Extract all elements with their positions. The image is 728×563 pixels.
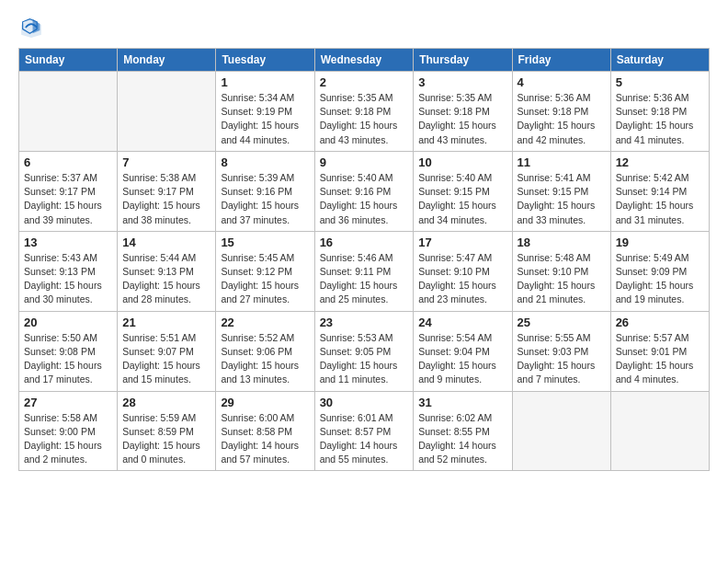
day-number: 10 bbox=[418, 155, 506, 169]
calendar-cell: 30Sunrise: 6:01 AM Sunset: 8:57 PM Dayli… bbox=[314, 391, 414, 471]
calendar-week-row: 27Sunrise: 5:58 AM Sunset: 9:00 PM Dayli… bbox=[19, 391, 710, 471]
page-header bbox=[18, 15, 710, 40]
day-info: Sunrise: 5:35 AM Sunset: 9:18 PM Dayligh… bbox=[418, 91, 506, 147]
calendar-cell bbox=[19, 72, 118, 152]
day-number: 15 bbox=[221, 236, 309, 249]
day-number: 23 bbox=[320, 316, 409, 329]
day-info: Sunrise: 5:59 AM Sunset: 8:59 PM Dayligh… bbox=[122, 411, 210, 467]
calendar-cell: 8Sunrise: 5:39 AM Sunset: 9:16 PM Daylig… bbox=[216, 151, 314, 231]
day-info: Sunrise: 5:49 AM Sunset: 9:09 PM Dayligh… bbox=[616, 251, 704, 307]
day-info: Sunrise: 5:36 AM Sunset: 9:18 PM Dayligh… bbox=[518, 91, 606, 147]
day-number: 12 bbox=[616, 155, 704, 169]
calendar-cell: 15Sunrise: 5:45 AM Sunset: 9:12 PM Dayli… bbox=[216, 231, 314, 311]
day-number: 5 bbox=[616, 75, 704, 89]
day-number: 18 bbox=[518, 236, 606, 249]
calendar-cell: 10Sunrise: 5:40 AM Sunset: 9:15 PM Dayli… bbox=[414, 151, 512, 231]
calendar-cell: 27Sunrise: 5:58 AM Sunset: 9:00 PM Dayli… bbox=[19, 391, 118, 471]
calendar-cell: 16Sunrise: 5:46 AM Sunset: 9:11 PM Dayli… bbox=[314, 231, 414, 311]
day-info: Sunrise: 5:54 AM Sunset: 9:04 PM Dayligh… bbox=[418, 331, 506, 387]
day-number: 22 bbox=[221, 316, 309, 329]
calendar-cell: 12Sunrise: 5:42 AM Sunset: 9:14 PM Dayli… bbox=[610, 151, 709, 231]
day-number: 1 bbox=[221, 75, 309, 89]
calendar-cell: 17Sunrise: 5:47 AM Sunset: 9:10 PM Dayli… bbox=[414, 231, 512, 311]
calendar-week-row: 6Sunrise: 5:37 AM Sunset: 9:17 PM Daylig… bbox=[19, 151, 710, 231]
day-number: 13 bbox=[24, 236, 112, 249]
calendar-cell: 23Sunrise: 5:53 AM Sunset: 9:05 PM Dayli… bbox=[314, 311, 414, 391]
calendar-week-row: 1Sunrise: 5:34 AM Sunset: 9:19 PM Daylig… bbox=[19, 72, 710, 152]
day-info: Sunrise: 5:46 AM Sunset: 9:11 PM Dayligh… bbox=[320, 251, 409, 307]
calendar-cell bbox=[512, 391, 610, 471]
calendar-cell: 6Sunrise: 5:37 AM Sunset: 9:17 PM Daylig… bbox=[19, 151, 118, 231]
day-info: Sunrise: 5:39 AM Sunset: 9:16 PM Dayligh… bbox=[221, 171, 309, 227]
weekday-header: Tuesday bbox=[216, 49, 314, 72]
day-info: Sunrise: 5:55 AM Sunset: 9:03 PM Dayligh… bbox=[518, 331, 606, 387]
day-number: 9 bbox=[320, 155, 409, 169]
day-number: 8 bbox=[221, 155, 309, 169]
calendar-cell: 26Sunrise: 5:57 AM Sunset: 9:01 PM Dayli… bbox=[610, 311, 709, 391]
calendar-cell: 13Sunrise: 5:43 AM Sunset: 9:13 PM Dayli… bbox=[19, 231, 118, 311]
day-info: Sunrise: 5:58 AM Sunset: 9:00 PM Dayligh… bbox=[24, 411, 112, 467]
day-number: 6 bbox=[24, 155, 112, 169]
calendar-cell: 20Sunrise: 5:50 AM Sunset: 9:08 PM Dayli… bbox=[19, 311, 118, 391]
calendar-cell bbox=[610, 391, 709, 471]
day-info: Sunrise: 5:38 AM Sunset: 9:17 PM Dayligh… bbox=[122, 171, 210, 227]
day-info: Sunrise: 5:35 AM Sunset: 9:18 PM Dayligh… bbox=[320, 91, 409, 147]
weekday-header: Wednesday bbox=[314, 49, 414, 72]
calendar-cell: 5Sunrise: 5:36 AM Sunset: 9:18 PM Daylig… bbox=[610, 72, 709, 152]
day-info: Sunrise: 6:00 AM Sunset: 8:58 PM Dayligh… bbox=[221, 411, 309, 467]
calendar-cell: 1Sunrise: 5:34 AM Sunset: 9:19 PM Daylig… bbox=[216, 72, 314, 152]
day-number: 7 bbox=[122, 155, 210, 169]
day-info: Sunrise: 5:40 AM Sunset: 9:15 PM Dayligh… bbox=[418, 171, 506, 227]
calendar-header-row: SundayMondayTuesdayWednesdayThursdayFrid… bbox=[19, 49, 710, 72]
day-info: Sunrise: 5:36 AM Sunset: 9:18 PM Dayligh… bbox=[616, 91, 704, 147]
calendar-cell: 2Sunrise: 5:35 AM Sunset: 9:18 PM Daylig… bbox=[314, 72, 414, 152]
day-info: Sunrise: 5:57 AM Sunset: 9:01 PM Dayligh… bbox=[616, 331, 704, 387]
calendar-cell: 11Sunrise: 5:41 AM Sunset: 9:15 PM Dayli… bbox=[512, 151, 610, 231]
day-number: 25 bbox=[518, 316, 606, 329]
day-number: 24 bbox=[418, 316, 506, 329]
calendar-cell: 22Sunrise: 5:52 AM Sunset: 9:06 PM Dayli… bbox=[216, 311, 314, 391]
day-number: 19 bbox=[616, 236, 704, 249]
calendar-cell: 19Sunrise: 5:49 AM Sunset: 9:09 PM Dayli… bbox=[610, 231, 709, 311]
day-info: Sunrise: 5:41 AM Sunset: 9:15 PM Dayligh… bbox=[518, 171, 606, 227]
calendar-cell: 29Sunrise: 6:00 AM Sunset: 8:58 PM Dayli… bbox=[216, 391, 314, 471]
day-number: 2 bbox=[320, 75, 409, 89]
day-info: Sunrise: 5:52 AM Sunset: 9:06 PM Dayligh… bbox=[221, 331, 309, 387]
calendar-cell: 31Sunrise: 6:02 AM Sunset: 8:55 PM Dayli… bbox=[414, 391, 512, 471]
day-info: Sunrise: 5:37 AM Sunset: 9:17 PM Dayligh… bbox=[24, 171, 112, 227]
calendar-cell: 9Sunrise: 5:40 AM Sunset: 9:16 PM Daylig… bbox=[314, 151, 414, 231]
calendar-cell: 4Sunrise: 5:36 AM Sunset: 9:18 PM Daylig… bbox=[512, 72, 610, 152]
calendar-cell: 21Sunrise: 5:51 AM Sunset: 9:07 PM Dayli… bbox=[118, 311, 216, 391]
day-info: Sunrise: 6:02 AM Sunset: 8:55 PM Dayligh… bbox=[418, 411, 506, 467]
day-info: Sunrise: 5:34 AM Sunset: 9:19 PM Dayligh… bbox=[221, 91, 309, 147]
day-info: Sunrise: 5:53 AM Sunset: 9:05 PM Dayligh… bbox=[320, 331, 409, 387]
day-info: Sunrise: 5:42 AM Sunset: 9:14 PM Dayligh… bbox=[616, 171, 704, 227]
calendar-table: SundayMondayTuesdayWednesdayThursdayFrid… bbox=[18, 48, 710, 471]
day-number: 4 bbox=[518, 75, 606, 89]
calendar-cell: 3Sunrise: 5:35 AM Sunset: 9:18 PM Daylig… bbox=[414, 72, 512, 152]
weekday-header: Friday bbox=[512, 49, 610, 72]
day-number: 21 bbox=[122, 316, 210, 329]
day-info: Sunrise: 5:40 AM Sunset: 9:16 PM Dayligh… bbox=[320, 171, 409, 227]
logo bbox=[18, 15, 48, 40]
day-info: Sunrise: 5:44 AM Sunset: 9:13 PM Dayligh… bbox=[122, 251, 210, 307]
logo-icon bbox=[18, 15, 44, 40]
day-number: 26 bbox=[616, 316, 704, 329]
day-info: Sunrise: 5:43 AM Sunset: 9:13 PM Dayligh… bbox=[24, 251, 112, 307]
weekday-header: Saturday bbox=[610, 49, 709, 72]
calendar-cell: 7Sunrise: 5:38 AM Sunset: 9:17 PM Daylig… bbox=[118, 151, 216, 231]
calendar-cell: 25Sunrise: 5:55 AM Sunset: 9:03 PM Dayli… bbox=[512, 311, 610, 391]
day-info: Sunrise: 5:47 AM Sunset: 9:10 PM Dayligh… bbox=[418, 251, 506, 307]
day-number: 30 bbox=[320, 396, 409, 409]
weekday-header: Thursday bbox=[414, 49, 512, 72]
day-number: 20 bbox=[24, 316, 112, 329]
calendar-cell: 28Sunrise: 5:59 AM Sunset: 8:59 PM Dayli… bbox=[118, 391, 216, 471]
day-number: 28 bbox=[122, 396, 210, 409]
day-info: Sunrise: 5:45 AM Sunset: 9:12 PM Dayligh… bbox=[221, 251, 309, 307]
calendar-cell: 18Sunrise: 5:48 AM Sunset: 9:10 PM Dayli… bbox=[512, 231, 610, 311]
day-number: 17 bbox=[418, 236, 506, 249]
calendar-cell: 24Sunrise: 5:54 AM Sunset: 9:04 PM Dayli… bbox=[414, 311, 512, 391]
day-info: Sunrise: 5:51 AM Sunset: 9:07 PM Dayligh… bbox=[122, 331, 210, 387]
calendar-cell: 14Sunrise: 5:44 AM Sunset: 9:13 PM Dayli… bbox=[118, 231, 216, 311]
day-number: 16 bbox=[320, 236, 409, 249]
